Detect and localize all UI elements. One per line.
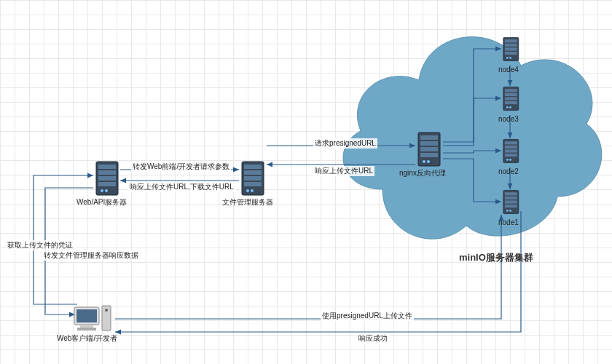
svg-rect-38 [505,101,517,104]
svg-point-13 [251,189,254,192]
svg-point-40 [509,106,511,108]
svg-rect-42 [505,141,517,144]
edge-label-2: 请求presignedURL [313,138,377,149]
svg-point-47 [509,159,511,161]
svg-rect-45 [505,154,517,157]
svg-point-6 [105,189,108,192]
edge-label-0: 转发Web前端/开发者请求参数 [131,162,231,172]
svg-rect-10 [244,176,262,181]
svg-rect-35 [505,89,517,92]
svg-rect-24 [420,153,438,157]
svg-rect-36 [505,93,517,96]
svg-rect-8 [244,165,262,169]
svg-rect-11 [244,182,262,186]
node-node2[interactable] [501,138,521,165]
svg-point-19 [105,309,108,312]
svg-rect-49 [505,192,517,195]
edge-label-4: 获取上传文件的凭证 [6,240,74,250]
node-node1[interactable] [501,189,521,215]
svg-rect-52 [505,205,517,207]
svg-point-54 [509,210,511,212]
svg-rect-3 [98,176,116,181]
cluster-label: minIO服务器集群 [459,251,533,264]
edge-label-3: 响应上传文件URL [313,166,374,176]
svg-rect-4 [98,182,116,186]
svg-rect-29 [505,44,517,47]
svg-rect-43 [505,146,517,149]
svg-point-46 [506,159,509,161]
node-label-filemgr: 文件管理服务器 [222,197,273,207]
svg-rect-37 [505,97,517,100]
node-label-node3: node3 [498,115,519,123]
svg-rect-23 [420,147,438,151]
svg-rect-31 [505,52,517,55]
diagram-canvas: Web/API服务器 文件管理服务器 Web客户端/开发者 nginx反向代理 … [0,0,612,364]
svg-rect-16 [80,325,93,328]
svg-rect-30 [505,47,517,50]
svg-rect-50 [505,197,517,199]
svg-point-53 [506,210,509,212]
svg-rect-44 [505,149,517,152]
svg-point-33 [509,57,511,59]
svg-rect-28 [505,39,517,42]
svg-rect-2 [98,170,116,175]
svg-rect-9 [244,170,262,175]
node-label-nginx: nginx反向代理 [399,168,446,178]
node-webapi[interactable] [93,160,121,198]
node-node4[interactable] [501,36,521,63]
node-label-node2: node2 [498,167,519,175]
edge-label-5: 转发文件管理服务器响应数据 [42,250,140,261]
edge-label-7: 响应成功 [357,333,389,344]
svg-rect-15 [76,309,97,323]
svg-point-25 [423,160,425,163]
svg-rect-1 [98,165,116,169]
edge-label-6: 使用presignedURL上传文件 [321,311,414,321]
svg-point-32 [506,57,509,59]
node-label-node4: node4 [498,66,519,74]
node-label-client: Web客户端/开发者 [57,333,117,344]
svg-point-5 [101,189,103,192]
svg-point-39 [506,106,509,108]
svg-rect-22 [420,141,438,146]
svg-rect-17 [77,328,96,331]
svg-rect-51 [505,200,517,203]
node-nginx[interactable] [415,131,443,169]
node-label-webapi: Web/API服务器 [76,197,127,207]
node-node3[interactable] [501,86,521,112]
svg-rect-21 [420,135,438,140]
svg-point-26 [427,160,430,163]
svg-point-12 [246,189,249,192]
edge-label-1: 响应上传文件URL,下载文件URL [128,182,235,192]
node-filemgr[interactable] [239,160,267,198]
cloud-shape [324,7,608,255]
node-label-node1: node1 [498,218,519,226]
